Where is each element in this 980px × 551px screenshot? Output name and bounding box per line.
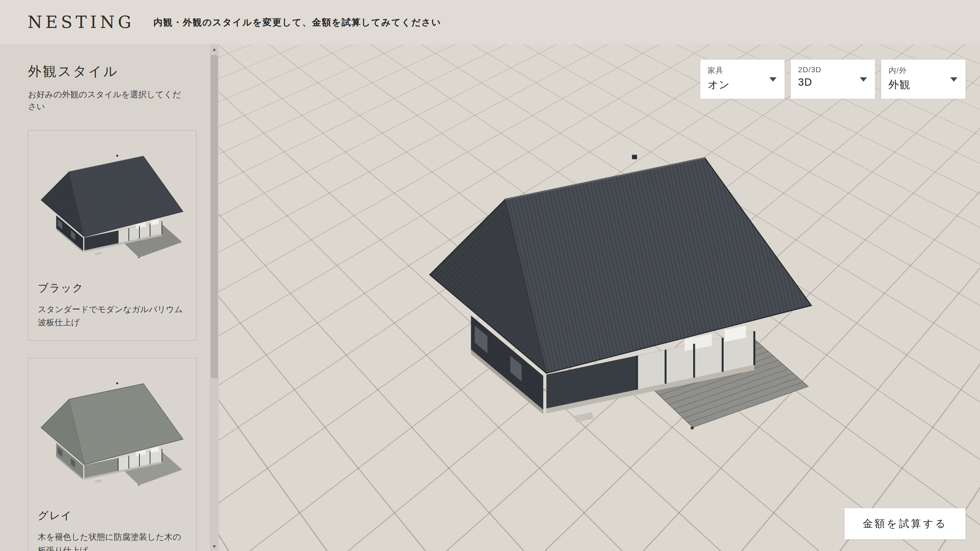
scroll-up-icon[interactable]: ▲ [210, 44, 219, 54]
house-3d-model[interactable] [219, 44, 980, 551]
app-header: NESTING 内観・外観のスタイルを変更して、金額を試算してみてください [0, 0, 980, 44]
dimension-dropdown[interactable]: 2D/3D 3D [791, 60, 875, 99]
house-preview-black [38, 137, 187, 275]
chevron-down-icon [950, 77, 958, 82]
view-controls: 家具 オン 2D/3D 3D 内/外 外観 [700, 60, 966, 99]
viewport-3d[interactable]: 家具 オン 2D/3D 3D 内/外 外観 金額を試算する [219, 44, 980, 551]
header-tagline: 内観・外観のスタイルを変更して、金額を試算してみてください [153, 16, 441, 28]
scrollbar-thumb[interactable] [211, 55, 218, 378]
style-description: 木を褪色した状態に防腐塗装した木の板張り仕上げ [38, 530, 187, 551]
estimate-button[interactable]: 金額を試算する [845, 508, 966, 539]
sidebar-subtitle: お好みの外観のスタイルを選択してください [28, 89, 184, 113]
app-logo: NESTING [28, 12, 134, 32]
chevron-down-icon [860, 77, 867, 82]
dropdown-value: オン [708, 78, 777, 92]
dropdown-value: 外観 [888, 78, 958, 92]
style-name: グレイ [38, 508, 187, 523]
chevron-down-icon [769, 77, 776, 82]
inside-outside-dropdown[interactable]: 内/外 外観 [881, 60, 966, 99]
dropdown-label: 家具 [708, 65, 777, 76]
style-card-black[interactable]: ブラック スタンダードでモダンなガルバリウム波板仕上げ [28, 130, 197, 341]
scroll-down-icon[interactable]: ▼ [210, 541, 219, 551]
dropdown-value: 3D [798, 76, 868, 88]
style-description: スタンダードでモダンなガルバリウム波板仕上げ [38, 303, 187, 330]
dropdown-label: 2D/3D [798, 65, 868, 74]
style-name: ブラック [38, 281, 187, 295]
style-sidebar: 外観スタイル お好みの外観のスタイルを選択してください ブラック スタンダードで… [0, 44, 219, 551]
sidebar-title: 外観スタイル [28, 62, 196, 81]
dropdown-label: 内/外 [888, 65, 958, 76]
style-card-gray[interactable]: グレイ 木を褪色した状態に防腐塗装した木の板張り仕上げ [28, 358, 197, 551]
furniture-dropdown[interactable]: 家具 オン [700, 60, 784, 99]
sidebar-scrollbar[interactable]: ▲ ▼ [210, 44, 219, 551]
house-preview-gray [38, 364, 187, 502]
